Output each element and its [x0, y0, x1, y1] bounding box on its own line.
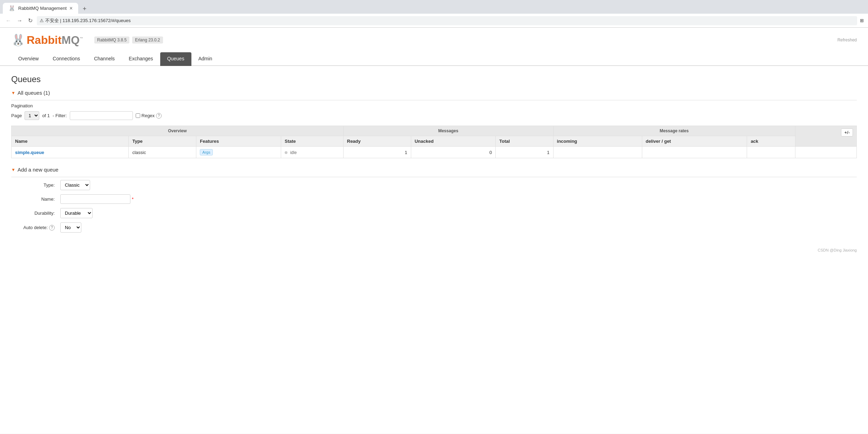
logo-text: RabbitMQ™	[27, 34, 83, 47]
page: 🐰 RabbitMQ™ RabbitMQ 3.8.5 Erlang 23.0.2…	[0, 28, 868, 434]
tab-close-button[interactable]: ×	[69, 5, 73, 12]
logo-mq-text: MQ	[62, 34, 80, 46]
nav-item-queues[interactable]: Queues	[160, 52, 191, 66]
table-message-rates-header: Message rates	[553, 126, 795, 136]
nav-item-channels[interactable]: Channels	[87, 52, 122, 66]
nav-item-admin[interactable]: Admin	[191, 52, 219, 66]
col-features: Features	[196, 136, 281, 147]
logo: 🐰 RabbitMQ™	[11, 33, 83, 47]
name-input[interactable]	[60, 194, 130, 204]
extension-icon: ⊞	[860, 18, 864, 23]
logo-tm-text: ™	[80, 36, 83, 40]
auto-delete-select[interactable]: No Yes	[60, 222, 81, 233]
durability-label: Durability:	[11, 211, 60, 216]
refresh-button[interactable]: ↻	[27, 16, 34, 25]
divider	[11, 100, 857, 100]
browser-tab-bar: 🐰 RabbitMQ Management × +	[0, 0, 868, 14]
add-queue-arrow: ▼	[11, 167, 15, 172]
form-row-type: Type: Classic Quorum	[11, 180, 857, 190]
footer: CSDN @Ding Jiaxiong	[0, 245, 868, 255]
queue-ready-cell: 1	[343, 147, 411, 158]
logo-rabbit-text: Rabbit	[27, 34, 62, 46]
col-incoming: incoming	[553, 136, 642, 147]
table-overview-header: Overview	[12, 126, 344, 136]
regex-checkbox[interactable]	[136, 113, 140, 118]
col-deliver-get: deliver / get	[642, 136, 747, 147]
version-badges: RabbitMQ 3.8.5 Erlang 23.0.2	[94, 36, 163, 44]
header-status: Refreshed	[838, 38, 857, 42]
col-name: Name	[12, 136, 129, 147]
page-title: Queues	[11, 74, 857, 84]
queue-state-cell: idle	[281, 147, 344, 158]
table-plus-minus-cell[interactable]: +/-	[795, 126, 856, 147]
auto-delete-help-icon[interactable]: ?	[49, 225, 55, 231]
table-messages-header: Messages	[343, 126, 553, 136]
address-input[interactable]: ⚠ 不安全 | 118.195.235.176:15672/#/queues	[37, 16, 857, 25]
queue-deliver-get-cell	[642, 147, 747, 158]
queue-ack-cell	[747, 147, 795, 158]
regex-text: Regex	[142, 113, 155, 118]
queue-incoming-cell	[553, 147, 642, 158]
auto-delete-label-group: Auto delete: ?	[11, 225, 60, 231]
type-label: Type:	[11, 182, 60, 188]
type-select[interactable]: Classic Quorum	[60, 180, 90, 190]
form-row-name: Name: *	[11, 194, 857, 204]
site-header: 🐰 RabbitMQ™ RabbitMQ 3.8.5 Erlang 23.0.2…	[0, 28, 868, 52]
back-button[interactable]: ←	[4, 16, 13, 25]
col-unacked: Unacked	[411, 136, 496, 147]
tab-title: RabbitMQ Management	[18, 6, 67, 11]
regex-label: Regex ?	[136, 113, 162, 119]
plus-minus-button[interactable]: +/-	[841, 128, 853, 136]
queue-state-text: idle	[290, 150, 297, 155]
queue-unacked-cell: 0	[411, 147, 496, 158]
page-label: Page	[11, 113, 22, 118]
args-badge[interactable]: Args	[200, 149, 213, 155]
name-required-star: *	[132, 196, 134, 202]
add-queue-section: ▼ Add a new queue Type: Classic Quorum N…	[11, 167, 857, 233]
col-ack: ack	[747, 136, 795, 147]
queue-total-cell: 1	[496, 147, 553, 158]
durability-select[interactable]: Durable Transient	[60, 208, 93, 218]
pagination-section: Pagination Page 1 of 1 - Filter: Regex ?	[11, 103, 857, 120]
nav-item-exchanges[interactable]: Exchanges	[122, 52, 160, 66]
col-state: State	[281, 136, 344, 147]
new-tab-button[interactable]: +	[80, 4, 89, 14]
col-total: Total	[496, 136, 553, 147]
state-dot-icon	[285, 151, 287, 154]
main-nav: Overview Connections Channels Exchanges …	[0, 52, 868, 66]
nav-item-connections[interactable]: Connections	[46, 52, 87, 66]
logo-icon: 🐰	[11, 33, 25, 47]
add-queue-title: Add a new queue	[18, 167, 59, 173]
address-bar: ← → ↻ ⚠ 不安全 | 118.195.235.176:15672/#/qu…	[0, 14, 868, 28]
rabbitmq-version-badge: RabbitMQ 3.8.5	[94, 36, 129, 44]
col-ready: Ready	[343, 136, 411, 147]
filter-input[interactable]	[70, 111, 133, 120]
table-row: simple.queue classic Args idle 1 0 1	[12, 147, 857, 158]
pagination-label: Pagination	[11, 103, 857, 108]
page-select[interactable]: 1	[25, 111, 39, 120]
all-queues-section-header[interactable]: ▼ All queues (1)	[11, 90, 857, 96]
tab-favicon: 🐰	[8, 5, 15, 12]
form-row-auto-delete: Auto delete: ? No Yes	[11, 222, 857, 233]
filter-dash-label: - Filter:	[53, 113, 67, 118]
queue-name-link[interactable]: simple.queue	[15, 150, 44, 155]
add-queue-divider	[11, 177, 857, 177]
browser-tab[interactable]: 🐰 RabbitMQ Management ×	[3, 3, 78, 14]
name-label: Name:	[11, 196, 60, 202]
forward-button[interactable]: →	[15, 16, 24, 25]
add-queue-section-header[interactable]: ▼ Add a new queue	[11, 167, 857, 173]
footer-credit: CSDN @Ding Jiaxiong	[818, 248, 857, 252]
page-content: Queues ▼ All queues (1) Pagination Page …	[0, 66, 868, 245]
queue-name-cell: simple.queue	[12, 147, 129, 158]
regex-help-icon[interactable]: ?	[156, 113, 162, 119]
erlang-version-badge: Erlang 23.0.2	[132, 36, 163, 44]
queue-table: Overview Messages Message rates +/- Name…	[11, 126, 857, 158]
browser-chrome: 🐰 RabbitMQ Management × + ← → ↻ ⚠ 不安全 | …	[0, 0, 868, 28]
nav-item-overview[interactable]: Overview	[11, 52, 46, 66]
pagination-controls: Page 1 of 1 - Filter: Regex ?	[11, 111, 857, 120]
queue-type-cell: classic	[129, 147, 196, 158]
form-row-durability: Durability: Durable Transient	[11, 208, 857, 218]
section-collapse-arrow: ▼	[11, 91, 15, 95]
all-queues-title: All queues (1)	[18, 90, 50, 96]
queue-features-cell: Args	[196, 147, 281, 158]
